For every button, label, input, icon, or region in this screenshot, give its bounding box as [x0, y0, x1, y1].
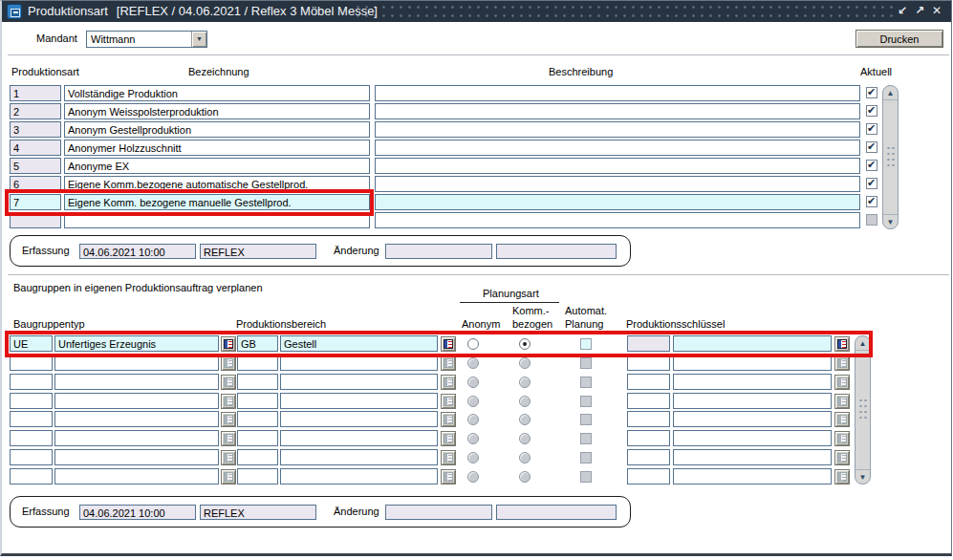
baugruppentyp-code-field[interactable] — [10, 449, 53, 465]
lov-button[interactable] — [221, 412, 236, 427]
beschreibung-cell[interactable] — [375, 194, 860, 210]
aktuell-checkbox[interactable] — [866, 196, 877, 207]
bezeichnung-cell[interactable]: Anonyme EX — [64, 158, 370, 174]
produktionsbereich-name-field[interactable] — [280, 374, 438, 390]
produktionsbereich-code-field[interactable] — [237, 430, 278, 446]
lov-button[interactable] — [834, 431, 850, 446]
lov-button[interactable] — [441, 469, 456, 485]
baugruppentyp-code-field[interactable] — [10, 468, 53, 485]
scroll-down-icon[interactable]: ▼ — [856, 469, 870, 484]
lov-button[interactable] — [441, 412, 456, 427]
baugruppentyp-name-field[interactable] — [54, 411, 219, 427]
produktionsart-cell[interactable]: 3 — [10, 121, 61, 138]
aktuell-checkbox[interactable] — [866, 105, 877, 117]
scrollbar-thumb[interactable] — [856, 351, 870, 469]
beschreibung-cell[interactable] — [375, 121, 860, 138]
mandant-select[interactable]: Wittmann ▼ — [86, 31, 207, 48]
drucken-button[interactable]: Drucken — [856, 30, 943, 48]
beschreibung-cell[interactable] — [375, 140, 860, 156]
automat-planung-checkbox[interactable] — [580, 452, 592, 463]
komm-bezogen-radio[interactable] — [519, 396, 531, 407]
anonym-radio[interactable] — [467, 433, 479, 444]
automat-planung-checkbox[interactable] — [580, 396, 592, 407]
lov-button[interactable] — [834, 394, 850, 409]
anonym-radio[interactable] — [467, 377, 479, 388]
lov-button[interactable] — [441, 450, 456, 465]
produktionsbereich-code-field[interactable] — [237, 411, 278, 427]
lov-button[interactable] — [441, 355, 456, 371]
produktionsbereich-name-field[interactable] — [280, 449, 438, 465]
anonym-radio[interactable] — [467, 357, 479, 369]
produktionsbereich-name-field[interactable] — [280, 393, 438, 409]
minimize-icon[interactable]: ↙ — [896, 4, 909, 18]
automat-planung-checkbox[interactable] — [580, 357, 592, 369]
lov-button[interactable] — [221, 375, 236, 390]
komm-bezogen-radio[interactable] — [519, 377, 531, 388]
beschreibung-cell[interactable] — [375, 85, 860, 101]
anonym-radio[interactable] — [467, 471, 479, 483]
baugruppentyp-code-field[interactable] — [10, 411, 53, 427]
baugruppentyp-name-field[interactable] — [54, 374, 219, 390]
beschreibung-cell[interactable] — [375, 176, 860, 192]
aktuell-checkbox[interactable] — [866, 123, 877, 135]
produktionsbereich-code-field[interactable] — [237, 449, 278, 465]
lov-button[interactable] — [221, 450, 236, 465]
aktuell-checkbox[interactable] — [866, 141, 877, 153]
produktionsbereich-name-field[interactable] — [280, 430, 438, 446]
produktionsschluessel-code-field[interactable] — [627, 468, 670, 485]
produktionsbereich-name-field[interactable] — [280, 411, 438, 427]
lov-button[interactable] — [441, 431, 456, 446]
automat-planung-checkbox[interactable] — [580, 377, 592, 388]
automat-planung-checkbox[interactable] — [580, 433, 592, 444]
bezeichnung-cell[interactable]: Vollständige Produktion — [64, 85, 370, 101]
komm-bezogen-radio[interactable] — [519, 414, 531, 425]
scrollbar[interactable]: ▲ ▼ — [855, 335, 871, 485]
scrollbar-thumb[interactable] — [883, 100, 898, 214]
lov-button[interactable] — [834, 469, 850, 485]
produktionsschluessel-name-field[interactable] — [673, 468, 832, 485]
chevron-down-icon[interactable]: ▼ — [191, 32, 206, 47]
lov-button[interactable] — [221, 469, 236, 485]
baugruppentyp-name-field[interactable] — [54, 449, 219, 465]
produktionsschluessel-code-field[interactable] — [627, 393, 670, 409]
komm-bezogen-radio[interactable] — [519, 452, 531, 463]
maximize-icon[interactable]: ↗ — [913, 4, 926, 18]
lov-button[interactable] — [834, 450, 850, 465]
automat-planung-checkbox[interactable] — [580, 471, 592, 483]
beschreibung-cell[interactable] — [375, 212, 860, 228]
anonym-radio[interactable] — [467, 414, 479, 425]
aktuell-checkbox[interactable] — [866, 214, 877, 226]
automat-planung-checkbox[interactable] — [580, 414, 592, 425]
baugruppentyp-code-field[interactable] — [10, 430, 53, 446]
scroll-down-icon[interactable]: ▼ — [883, 214, 898, 228]
lov-button[interactable] — [834, 355, 850, 371]
aktuell-checkbox[interactable] — [866, 160, 877, 171]
lov-button[interactable] — [834, 412, 850, 427]
aktuell-checkbox[interactable] — [866, 87, 877, 98]
scrollbar[interactable]: ▲ ▼ — [882, 85, 899, 229]
bezeichnung-cell[interactable]: Anonymer Holzzuschnitt — [64, 140, 370, 156]
komm-bezogen-radio[interactable] — [519, 433, 531, 444]
baugruppentyp-name-field[interactable] — [54, 393, 219, 409]
lov-button[interactable] — [834, 375, 850, 390]
produktionsart-cell[interactable]: 2 — [10, 103, 61, 119]
produktionsbereich-code-field[interactable] — [237, 374, 278, 390]
bezeichnung-cell[interactable]: Anonym Weisspolsterproduktion — [64, 103, 370, 119]
baugruppentyp-code-field[interactable] — [10, 393, 53, 409]
produktionsbereich-name-field[interactable] — [280, 468, 438, 485]
produktionsart-cell[interactable]: 1 — [10, 85, 61, 101]
produktionsschluessel-code-field[interactable] — [627, 430, 670, 446]
produktionsbereich-code-field[interactable] — [237, 393, 278, 409]
beschreibung-cell[interactable] — [375, 103, 860, 119]
lov-button[interactable] — [221, 394, 236, 409]
komm-bezogen-radio[interactable] — [519, 471, 531, 483]
produktionsschluessel-name-field[interactable] — [673, 393, 832, 409]
produktionsschluessel-name-field[interactable] — [673, 374, 832, 390]
anonym-radio[interactable] — [467, 396, 479, 407]
scroll-up-icon[interactable]: ▲ — [883, 86, 898, 100]
produktionsschluessel-code-field[interactable] — [627, 449, 670, 465]
produktionsschluessel-code-field[interactable] — [627, 374, 670, 390]
baugruppentyp-name-field[interactable] — [54, 468, 219, 485]
lov-button[interactable] — [441, 394, 456, 409]
anonym-radio[interactable] — [467, 452, 479, 463]
